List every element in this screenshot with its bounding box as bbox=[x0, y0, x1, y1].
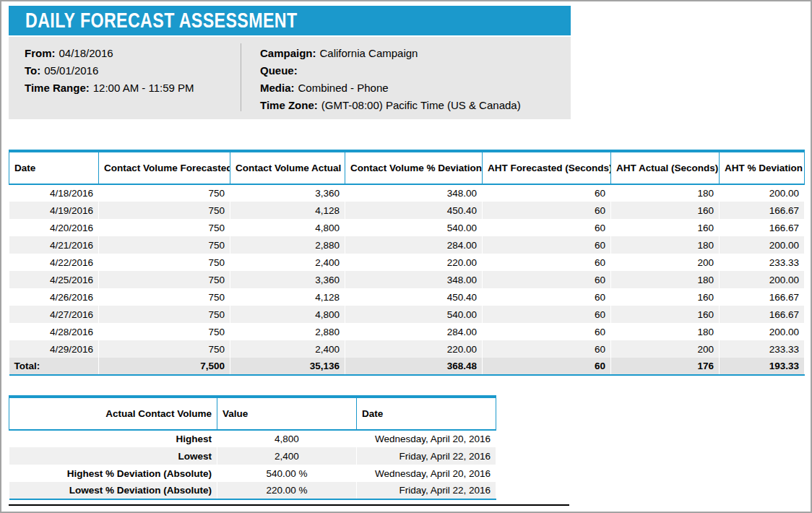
table-row: 4/20/2016 750 4,800 540.00 60 160 166.67 bbox=[9, 219, 805, 236]
table-cell: 180 bbox=[611, 271, 720, 288]
table-cell: 4,128 bbox=[230, 202, 345, 219]
table-cell: 750 bbox=[99, 236, 230, 254]
info-line-queue: Queue: bbox=[260, 62, 521, 79]
info-value: 04/18/2016 bbox=[59, 47, 113, 59]
table-row: 4/28/2016 750 2,880 284.00 60 180 200.00 bbox=[9, 323, 805, 340]
table-cell: 233.33 bbox=[720, 340, 805, 358]
table-cell: 200 bbox=[611, 340, 720, 358]
table-cell: 2,400 bbox=[230, 254, 345, 271]
table-cell: 3,360 bbox=[230, 184, 345, 202]
info-label: From: bbox=[25, 47, 56, 59]
contact-volume-summary-table: Actual Contact Volume Value Date Highest… bbox=[9, 395, 496, 500]
table-cell: 220.00 bbox=[345, 340, 483, 358]
table-cell: 4/27/2016 bbox=[9, 306, 99, 323]
table-row: 4/26/2016 750 4,128 450.40 60 160 166.67 bbox=[9, 288, 805, 306]
info-value: (GMT-08:00) Pacific Time (US & Canada) bbox=[321, 99, 521, 111]
table-cell: 60 bbox=[483, 271, 611, 288]
table-cell: 200.00 bbox=[720, 323, 805, 340]
summary-value-cell: 220.00 % bbox=[217, 482, 357, 499]
table-cell: 4/18/2016 bbox=[9, 184, 99, 202]
table-cell: 160 bbox=[611, 219, 720, 236]
table-cell: 180 bbox=[611, 184, 720, 202]
table-cell: 3,360 bbox=[230, 271, 345, 288]
table-cell: 450.40 bbox=[345, 288, 483, 306]
table-row: 4/29/2016 750 2,400 220.00 60 200 233.33 bbox=[9, 340, 805, 358]
table-header-row: Actual Contact Volume Value Date bbox=[9, 397, 496, 430]
info-label: Campaign: bbox=[260, 47, 316, 59]
info-column-campaign: Campaign:California Campaign Queue: Medi… bbox=[260, 45, 521, 114]
table-row: Lowest % Deviation (Absolute) 220.00 % F… bbox=[9, 482, 496, 499]
table-cell: 4/19/2016 bbox=[9, 202, 99, 219]
table-cell: 750 bbox=[99, 288, 230, 306]
table-cell: 233.33 bbox=[720, 254, 805, 271]
info-label: Queue: bbox=[260, 64, 298, 77]
page-title: DAILY FORECAST ASSESSMENT bbox=[25, 6, 298, 35]
table-cell: 4/25/2016 bbox=[9, 271, 99, 288]
report-title-bar: DAILY FORECAST ASSESSMENT bbox=[9, 6, 571, 35]
column-header-value: Value bbox=[217, 397, 357, 430]
table-cell: 2,880 bbox=[230, 323, 345, 340]
table-cell: 220.00 bbox=[345, 254, 483, 271]
info-divider bbox=[241, 43, 241, 111]
table-cell: 166.67 bbox=[720, 306, 805, 323]
summary-label-cell: Lowest % Deviation (Absolute) bbox=[9, 482, 217, 499]
table-cell: 160 bbox=[611, 288, 720, 306]
table-cell: 160 bbox=[611, 202, 720, 219]
table-cell: 4,128 bbox=[230, 288, 345, 306]
info-label: To: bbox=[25, 64, 40, 77]
total-label-cell: Total: bbox=[9, 358, 99, 375]
table-cell: 60 bbox=[483, 184, 611, 202]
table-cell: 4/20/2016 bbox=[9, 219, 99, 236]
table-row: 4/19/2016 750 4,128 450.40 60 160 166.67 bbox=[9, 202, 805, 219]
table-header-row: Date Contact Volume Forecasted Contact V… bbox=[9, 151, 805, 184]
table-row: 4/25/2016 750 3,360 348.00 60 180 200.00 bbox=[9, 271, 805, 288]
table-row: 4/22/2016 750 2,400 220.00 60 200 233.33 bbox=[9, 254, 805, 271]
table-cell: 284.00 bbox=[345, 323, 483, 340]
column-header-cv-actual: Contact Volume Actual bbox=[230, 151, 345, 184]
table-row: 4/27/2016 750 4,800 540.00 60 160 166.67 bbox=[9, 306, 805, 323]
table-cell: 60 bbox=[483, 236, 611, 254]
total-cell: 7,500 bbox=[99, 358, 230, 375]
summary-date-cell: Wednesday, April 20, 2016 bbox=[357, 465, 496, 482]
table-cell: 4/21/2016 bbox=[9, 236, 99, 254]
info-value: California Campaign bbox=[320, 47, 418, 59]
table-cell: 60 bbox=[483, 306, 611, 323]
info-label: Media: bbox=[260, 82, 295, 94]
table-cell: 60 bbox=[483, 219, 611, 236]
info-line-time-range: Time Range:12:00 AM - 11:59 PM bbox=[25, 79, 194, 97]
total-cell: 193.33 bbox=[720, 358, 805, 375]
total-cell: 60 bbox=[483, 358, 611, 375]
table-cell: 166.67 bbox=[720, 219, 805, 236]
column-header-actual-contact-volume: Actual Contact Volume bbox=[9, 397, 217, 430]
table-cell: 60 bbox=[483, 254, 611, 271]
table-cell: 180 bbox=[611, 323, 720, 340]
daily-forecast-table: Date Contact Volume Forecasted Contact V… bbox=[9, 150, 805, 376]
table-cell: 450.40 bbox=[345, 202, 483, 219]
summary-label-cell: Highest % Deviation (Absolute) bbox=[9, 465, 217, 482]
table-cell: 4/22/2016 bbox=[9, 254, 99, 271]
info-column-dates: From:04/18/2016 To:05/01/2016 Time Range… bbox=[25, 45, 194, 97]
summary-date-cell: Friday, April 22, 2016 bbox=[357, 447, 496, 465]
info-value: 12:00 AM - 11:59 PM bbox=[93, 82, 194, 94]
info-line-to: To:05/01/2016 bbox=[25, 62, 194, 79]
info-line-campaign: Campaign:California Campaign bbox=[260, 45, 521, 62]
table-cell: 540.00 bbox=[345, 219, 483, 236]
table-row: Highest % Deviation (Absolute) 540.00 % … bbox=[9, 465, 496, 482]
table-cell: 166.67 bbox=[720, 202, 805, 219]
column-header-cv-forecasted: Contact Volume Forecasted bbox=[99, 151, 230, 184]
table-cell: 348.00 bbox=[345, 271, 483, 288]
column-header-aht-deviation: AHT % Deviation bbox=[720, 151, 805, 184]
table-cell: 4/28/2016 bbox=[9, 323, 99, 340]
table-cell: 60 bbox=[483, 323, 611, 340]
table-cell: 200.00 bbox=[720, 271, 805, 288]
table-cell: 750 bbox=[99, 254, 230, 271]
info-value: Combined - Phone bbox=[298, 82, 389, 94]
table-cell: 4/29/2016 bbox=[9, 340, 99, 358]
total-cell: 368.48 bbox=[345, 358, 483, 375]
table-cell: 2,400 bbox=[230, 340, 345, 358]
total-cell: 176 bbox=[611, 358, 720, 375]
table-cell: 200 bbox=[611, 254, 720, 271]
report-page: DAILY FORECAST ASSESSMENT From:04/18/201… bbox=[0, 0, 812, 513]
total-cell: 35,136 bbox=[230, 358, 345, 375]
table-cell: 750 bbox=[99, 271, 230, 288]
